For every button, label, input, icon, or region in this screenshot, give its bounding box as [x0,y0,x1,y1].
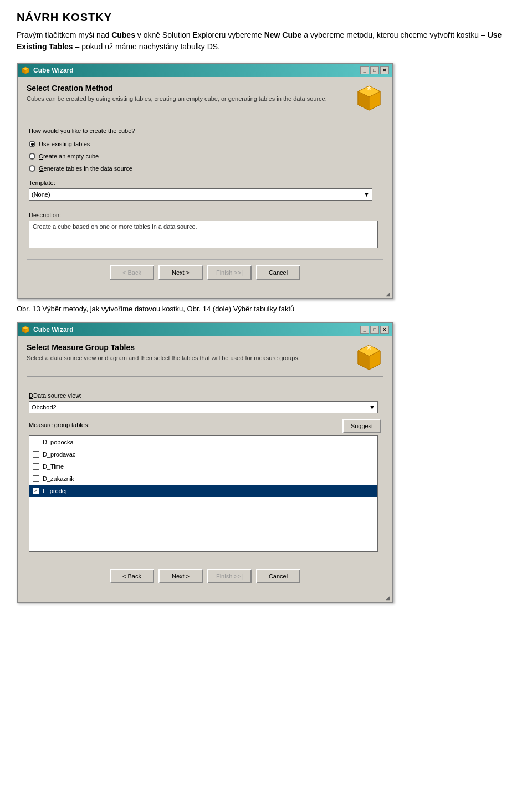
table-name-d-prodavac: D_prodavac [43,451,75,458]
table-list[interactable]: D_pobocka D_prodavac D_Time D_zakaznik ✓… [29,435,378,552]
checkbox-d-zakaznik[interactable] [33,475,39,482]
table-row-f-prodej[interactable]: ✓ F_prodej [29,485,377,497]
wizard1-title: Cube Wizard [33,66,74,74]
radio-label-2: Create an empty cube [39,153,99,160]
wizard1-header: Select Creation Method Cubes can be crea… [27,84,383,117]
intro-paragraph: Pravým tlačítkem myši nad Cubes v okně S… [17,29,515,53]
intro-mid1: v okně Solution Exploreru vybereme [135,30,264,39]
wizard2-footer: < Back Next > Finish >>| Cancel [27,563,383,587]
wizard1-footer: < Back Next > Finish >>| Cancel [27,259,383,283]
radio-label-3: Generate tables in the data source [39,165,132,172]
radio-generate-tables[interactable]: Generate tables in the data source [29,165,381,172]
cancel-button-1[interactable]: Cancel [256,265,300,280]
wizard1-resize: ◢ [18,290,392,298]
caption1: Obr. 13 Výběr metody, jak vytvoříme dato… [17,305,515,313]
checkbox-f-prodej[interactable]: ✓ [33,488,39,494]
wizard1-titlebar: Cube Wizard _ □ ✕ [18,64,392,77]
suggest-button[interactable]: Suggest [342,419,381,433]
checkbox-d-prodavac[interactable] [33,451,39,458]
table-row-d-zakaznik[interactable]: D_zakaznik [29,473,377,485]
finish-button-1[interactable]: Finish >>| [207,265,252,280]
titlebar2-buttons: _ □ ✕ [360,326,389,334]
wizard2-header-text: Select Measure Group Tables Select a dat… [27,343,355,362]
table-row-d-prodavac[interactable]: D_prodavac [29,448,377,460]
measure-label: Measure group tables: [29,422,89,428]
table-name-d-time: D_Time [43,463,64,470]
resize-icon-2: ◢ [386,594,390,601]
wizard2-resize: ◢ [18,593,392,602]
wizard2-window: Cube Wizard _ □ ✕ Select Measure Group T… [17,322,393,603]
checkbox-d-time[interactable] [33,463,39,470]
wizard2-title: Cube Wizard [33,326,74,334]
minimize-btn-2[interactable]: _ [360,326,369,334]
table-row-d-time[interactable]: D_Time [29,460,377,473]
dropdown-arrow-icon: ▼ [364,191,370,198]
wizard1-window: Cube Wizard _ □ ✕ Select Creation Method… [17,63,393,299]
radio-use-existing[interactable]: Use existing tables [29,141,381,147]
next-button-1[interactable]: Next > [158,265,203,280]
radio-empty-cube[interactable]: Create an empty cube [29,153,381,160]
datasource-dropdown[interactable]: Obchod2 ▼ [29,401,378,413]
back-button-1[interactable]: < Back [110,265,154,280]
titlebar-buttons: _ □ ✕ [360,66,389,74]
wizard1-question: How would you like to create the cube? [29,127,381,134]
minimize-btn[interactable]: _ [360,66,369,74]
maximize-btn-2[interactable]: □ [370,326,379,334]
page-title: Návrh kostky [17,11,515,24]
intro-end: – pokud už máme nachystány tabulky DS. [73,42,220,51]
datasource-arrow-icon: ▼ [369,404,375,411]
wizard1-header-desc: Cubes can be created by using existing t… [27,95,355,103]
table-name-d-zakaznik: D_zakaznik [43,475,74,482]
close-btn[interactable]: ✕ [380,66,389,74]
titlebar-left: Cube Wizard [21,66,74,75]
titlebar2-left: Cube Wizard [21,325,74,334]
resize-icon: ◢ [386,291,390,297]
checkbox-d-pobocka[interactable] [33,439,39,445]
description-section: Description: Create a cube based on one … [29,212,381,248]
intro-bold2: New Cube [264,30,302,39]
intro-text1: Pravým tlačítkem myši nad [17,30,111,39]
suggest-row: Measure group tables: Suggest [29,419,381,433]
table-row-d-pobocka[interactable]: D_pobocka [29,436,377,448]
wizard1-header-text: Select Creation Method Cubes can be crea… [27,84,355,103]
radio-circle-2[interactable] [29,153,35,160]
template-section: Template: (None) ▼ [29,180,381,201]
wizard2-header: Select Measure Group Tables Select a dat… [27,343,383,377]
cube-icon-titlebar2 [21,325,30,334]
maximize-btn[interactable]: □ [370,66,379,74]
next-button-2[interactable]: Next > [158,569,203,583]
description-box: Create a cube based on one or more table… [29,221,378,248]
datasource-dropdown-row: Obchod2 ▼ [29,401,381,413]
back-button-2[interactable]: < Back [110,569,154,583]
template-label: Template: [29,180,381,186]
cube-icon-header2 [355,343,383,372]
radio-circle-3[interactable] [29,165,35,172]
cube-icon-header1 [355,84,383,112]
table-name-d-pobocka: D_pobocka [43,439,74,445]
template-value: (None) [32,191,50,198]
wizard1-header-title: Select Creation Method [27,84,355,93]
cancel-button-2[interactable]: Cancel [256,569,300,583]
wizard2-body: DData source view: Obchod2 ▼ Measure gro… [27,382,383,556]
template-dropdown[interactable]: (None) ▼ [29,188,372,201]
close-btn-2[interactable]: ✕ [380,326,389,334]
finish-button-2[interactable]: Finish >>| [207,569,252,583]
wizard1-content: Select Creation Method Cubes can be crea… [18,77,392,290]
table-name-f-prodej: F_prodej [43,488,66,494]
datasource-value: Obchod2 [32,404,57,411]
description-label: Description: [29,212,381,218]
wizard2-titlebar: Cube Wizard _ □ ✕ [18,323,392,336]
wizard2-content: Select Measure Group Tables Select a dat… [18,336,392,593]
template-dropdown-row: (None) ▼ [29,188,381,201]
datasource-label: DData source view: [29,392,381,399]
cube-icon-titlebar [21,66,30,75]
wizard2-header-title: Select Measure Group Tables [27,343,355,352]
wizard1-body: How would you like to create the cube? U… [27,123,383,253]
intro-mid2: a vybereme metodu, kterou chceme vytvoři… [301,30,487,39]
radio-circle-1[interactable] [29,141,35,147]
radio-label-1: Use existing tables [39,141,90,147]
wizard2-header-desc: Select a data source view or diagram and… [27,354,355,362]
intro-bold1: Cubes [111,30,135,39]
